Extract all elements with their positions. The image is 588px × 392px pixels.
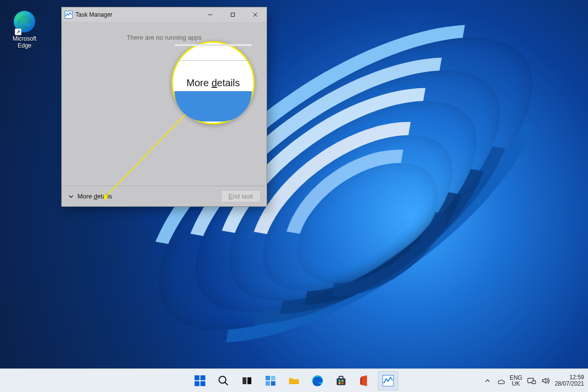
svg-rect-9 xyxy=(200,375,205,380)
desktop-icon-edge[interactable]: ↗ Microsoft Edge xyxy=(5,10,44,49)
svg-rect-22 xyxy=(337,378,345,385)
microsoft-store-button[interactable] xyxy=(331,371,351,391)
shortcut-arrow-icon: ↗ xyxy=(15,28,22,35)
svg-rect-24 xyxy=(339,380,341,382)
clock[interactable]: 12:59 28/07/2021 xyxy=(555,374,584,387)
start-button[interactable] xyxy=(190,371,210,391)
task-manager-footer: More details End task xyxy=(62,186,267,206)
svg-rect-17 xyxy=(271,376,275,380)
task-view-button[interactable] xyxy=(237,371,257,391)
empty-apps-message: There are no running apps xyxy=(62,34,267,41)
task-view-icon xyxy=(241,374,253,387)
svg-rect-27 xyxy=(342,382,343,384)
minimize-icon xyxy=(207,12,213,18)
end-task-button: End task xyxy=(221,190,261,202)
maximize-button[interactable] xyxy=(221,7,244,22)
svg-rect-10 xyxy=(195,381,199,386)
svg-rect-19 xyxy=(271,381,275,386)
folder-icon xyxy=(288,374,300,387)
svg-rect-16 xyxy=(266,376,270,380)
language-indicator[interactable]: ENG UK xyxy=(510,375,522,387)
windows-logo-icon xyxy=(194,374,206,387)
desktop-icon-label: Microsoft Edge xyxy=(5,35,44,49)
language-top: ENG xyxy=(510,375,522,381)
file-explorer-button[interactable] xyxy=(284,371,304,391)
system-tray: ENG UK 12:59 28/07/2021 xyxy=(484,369,584,392)
svg-rect-30 xyxy=(532,381,536,384)
svg-rect-8 xyxy=(195,375,199,380)
office-icon xyxy=(358,374,371,387)
clock-time: 12:59 xyxy=(555,374,584,381)
window-title: Task Manager xyxy=(75,11,112,18)
clock-date: 28/07/2021 xyxy=(555,381,584,387)
svg-line-13 xyxy=(225,382,228,385)
search-button[interactable] xyxy=(213,371,234,391)
chevron-down-icon xyxy=(68,193,74,200)
annotation-text: More details xyxy=(187,77,240,89)
svg-point-12 xyxy=(219,376,226,383)
close-icon xyxy=(252,12,258,18)
desktop: ↗ Microsoft Edge Task Manager xyxy=(0,0,588,392)
taskbar-center xyxy=(190,369,398,392)
language-bottom: UK xyxy=(510,381,522,387)
svg-rect-26 xyxy=(339,382,341,384)
task-manager-icon xyxy=(65,11,73,19)
widgets-icon xyxy=(264,374,277,387)
store-icon xyxy=(335,374,347,387)
svg-rect-25 xyxy=(342,380,343,382)
more-details-label: More details xyxy=(77,193,112,200)
close-button[interactable] xyxy=(244,7,267,22)
taskbar-edge-button[interactable] xyxy=(307,371,328,391)
svg-rect-18 xyxy=(266,381,270,386)
svg-rect-23 xyxy=(339,376,343,379)
volume-icon[interactable] xyxy=(541,376,550,385)
office-button[interactable] xyxy=(354,371,375,391)
onedrive-icon[interactable] xyxy=(496,376,505,385)
svg-rect-11 xyxy=(200,381,205,386)
search-icon xyxy=(217,374,230,387)
taskbar-task-manager-button[interactable] xyxy=(378,371,398,391)
svg-rect-20 xyxy=(289,379,299,384)
widgets-button[interactable] xyxy=(260,371,281,391)
tray-overflow-button[interactable] xyxy=(484,377,491,384)
edge-icon xyxy=(311,374,324,387)
maximize-icon xyxy=(230,12,236,18)
svg-rect-15 xyxy=(247,377,251,384)
svg-rect-3 xyxy=(231,13,235,17)
svg-rect-14 xyxy=(243,377,246,384)
taskbar: ENG UK 12:59 28/07/2021 xyxy=(0,368,588,392)
annotation-callout: More details xyxy=(172,41,255,124)
network-icon[interactable] xyxy=(527,376,536,385)
more-details-button[interactable]: More details xyxy=(68,193,112,200)
task-manager-icon xyxy=(382,374,394,387)
titlebar[interactable]: Task Manager xyxy=(62,7,267,22)
minimize-button[interactable] xyxy=(199,7,221,22)
